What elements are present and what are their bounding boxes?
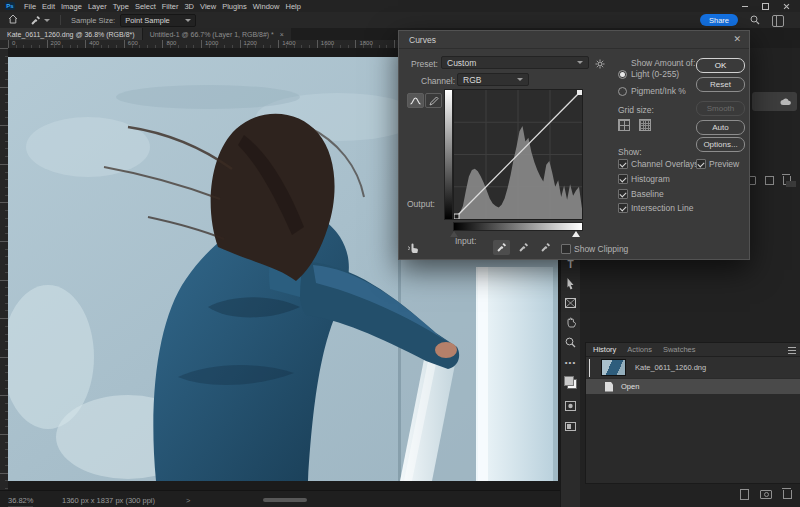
menu-item-image[interactable]: Image <box>58 2 85 11</box>
divider <box>60 15 61 25</box>
panel-edge <box>786 181 796 187</box>
menu-item-type[interactable]: Type <box>110 2 132 11</box>
new-document-from-state-icon[interactable] <box>740 489 749 500</box>
delete-state-icon[interactable] <box>783 490 792 499</box>
preset-dropdown[interactable]: Custom <box>441 56 589 69</box>
targeted-adjustment-icon[interactable] <box>407 242 419 257</box>
screen-mode-icon[interactable] <box>561 418 580 434</box>
show-clipping-checkbox[interactable] <box>561 244 571 254</box>
pencil-tool-icon[interactable] <box>425 93 442 108</box>
dialog-close-icon[interactable]: ✕ <box>733 34 741 44</box>
tab-swatches[interactable]: Swatches <box>663 345 696 354</box>
curve-point-black[interactable] <box>454 214 459 219</box>
quick-mask-icon[interactable] <box>561 398 580 414</box>
hand-tool-icon[interactable] <box>561 314 580 330</box>
reset-button[interactable]: Reset <box>696 77 745 92</box>
history-state-label: Open <box>621 382 639 391</box>
channel-overlays-checkbox[interactable] <box>618 159 628 169</box>
baseline-checkbox[interactable] <box>618 189 628 199</box>
menu-item-layer[interactable]: Layer <box>85 2 110 11</box>
chevron-down-icon <box>44 19 50 22</box>
preview-checkbox[interactable] <box>696 159 706 169</box>
intersection-line-label: Intersection Line <box>631 203 693 213</box>
horizontal-scrollbar-thumb[interactable] <box>263 498 307 502</box>
status-chevron[interactable]: > <box>186 496 190 505</box>
minimize-icon[interactable] <box>742 6 748 7</box>
menu-item-plugins[interactable]: Plugins <box>219 2 250 11</box>
gear-icon[interactable] <box>595 59 605 71</box>
menu-item-select[interactable]: Select <box>132 2 159 11</box>
baseline-label: Baseline <box>631 189 664 199</box>
direct-selection-tool-icon[interactable] <box>561 276 580 292</box>
history-brush-source-icon[interactable] <box>589 359 599 377</box>
frame-tool-icon[interactable] <box>561 295 580 311</box>
cloud-sync-button[interactable] <box>752 92 797 111</box>
white-point-eyedropper-icon[interactable] <box>537 240 554 255</box>
new-snapshot-icon[interactable] <box>760 490 772 499</box>
menu-item-filter[interactable]: Filter <box>159 2 182 11</box>
ruler-label: 1000 <box>205 40 218 46</box>
menu-item-file[interactable]: File <box>21 2 39 11</box>
close-window-icon[interactable] <box>783 3 790 10</box>
tab-document-active[interactable]: Kate_0611_1260.dng @ 36.8% (RGB/8*) <box>0 28 142 40</box>
channel-label: Channel: <box>421 76 455 86</box>
panel-footer-icons <box>745 176 791 185</box>
history-state-row-open[interactable]: Open <box>586 379 800 394</box>
intersection-line-checkbox[interactable] <box>618 203 628 213</box>
new-item-icon[interactable] <box>765 176 774 185</box>
grid-coarse-icon[interactable] <box>618 119 630 131</box>
tab-actions[interactable]: Actions <box>627 345 652 354</box>
grid-fine-icon[interactable] <box>639 119 651 131</box>
ruler-label: 400 <box>89 40 99 46</box>
pigment-radio-label: Pigment/Ink % <box>631 86 686 96</box>
maximize-icon[interactable] <box>762 3 769 10</box>
zoom-level-field[interactable]: 36.82% <box>8 496 33 507</box>
sample-size-value: Point Sample <box>125 16 170 25</box>
ruler-label: 1400 <box>282 40 295 46</box>
highlight-input-slider[interactable] <box>572 231 580 237</box>
preset-value: Custom <box>447 58 476 68</box>
curves-dialog: Curves ✕ Preset: Custom Channel: RGB <box>398 30 750 260</box>
eyedropper-tool-icon[interactable] <box>30 15 50 26</box>
ruler-label: 200 <box>51 40 61 46</box>
output-label: Output: <box>407 199 435 209</box>
tab-close-icon[interactable]: × <box>280 31 284 38</box>
ok-button[interactable]: OK <box>696 58 745 73</box>
workspace-switcher-icon[interactable] <box>772 15 784 27</box>
ruler-label: 600 <box>128 40 138 46</box>
sample-size-label: Sample Size: <box>71 16 115 25</box>
options-button[interactable]: Options... <box>696 137 745 152</box>
channel-dropdown[interactable]: RGB <box>457 73 529 86</box>
tab-history[interactable]: History <box>593 345 616 354</box>
tab-document-inactive[interactable]: Untitled-1 @ 66.7% (Layer 1, RGB/8#) * × <box>142 28 291 40</box>
foreground-color-swatch[interactable] <box>564 376 574 386</box>
panel-menu-icon[interactable] <box>788 347 796 354</box>
chevron-down-icon <box>185 19 191 22</box>
curve-point-tool-icon[interactable] <box>407 93 424 108</box>
home-icon[interactable] <box>8 14 18 26</box>
sample-size-dropdown[interactable]: Point Sample <box>120 14 196 27</box>
foreground-background-swatches[interactable] <box>564 376 577 389</box>
menu-item-window[interactable]: Window <box>250 2 283 11</box>
history-footer-icons <box>740 489 792 500</box>
light-radio[interactable] <box>618 70 627 79</box>
history-snapshot-row[interactable]: Kate_0611_1260.dng <box>586 357 800 378</box>
zoom-tool-icon[interactable] <box>561 334 580 350</box>
histogram-checkbox[interactable] <box>618 174 628 184</box>
search-icon[interactable] <box>750 15 760 27</box>
menu-item-help[interactable]: Help <box>282 2 303 11</box>
gray-point-eyedropper-icon[interactable] <box>515 240 532 255</box>
menu-item-view[interactable]: View <box>197 2 219 11</box>
menu-item-3d[interactable]: 3D <box>181 2 197 11</box>
share-button[interactable]: Share <box>700 14 738 26</box>
edit-toolbar-icon[interactable]: ••• <box>561 354 580 370</box>
auto-button[interactable]: Auto <box>696 120 745 135</box>
ruler-label: 800 <box>166 40 176 46</box>
menu-item-edit[interactable]: Edit <box>39 2 58 11</box>
curves-graph[interactable] <box>453 89 583 220</box>
history-state-icon <box>605 382 613 392</box>
curve-point-white[interactable] <box>577 90 582 95</box>
photoshop-window: Ps File Edit Image Layer Type Select Fil… <box>0 0 800 507</box>
pigment-radio[interactable] <box>618 87 627 96</box>
black-point-eyedropper-icon[interactable] <box>493 240 510 255</box>
